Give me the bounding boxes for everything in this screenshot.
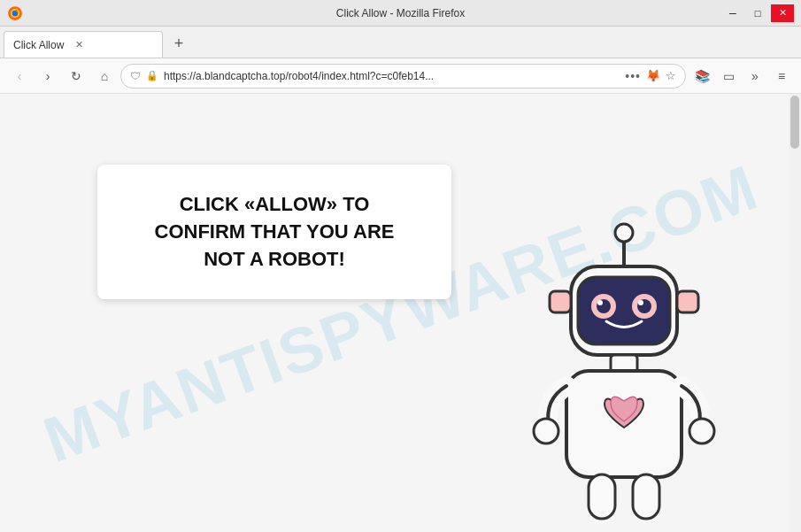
- navbar-right: 📚 ▭ » ≡: [689, 64, 794, 89]
- extensions-button[interactable]: »: [743, 64, 767, 89]
- tabbar: Click Allow ✕ +: [0, 27, 801, 58]
- sidebar-button[interactable]: ▭: [716, 64, 741, 89]
- address-bar[interactable]: 🛡 🔒 https://a.blandcaptcha.top/robot4/in…: [120, 64, 686, 89]
- minimize-button[interactable]: ─: [721, 4, 744, 22]
- captcha-message: CLICK «ALLOW» TO CONFIRM THAT YOU ARE NO…: [133, 191, 416, 273]
- svg-point-12: [638, 300, 643, 305]
- robot-illustration: [500, 213, 748, 532]
- svg-rect-14: [677, 291, 698, 312]
- scrollbar[interactable]: [789, 94, 801, 532]
- forward-button[interactable]: ›: [35, 64, 60, 89]
- svg-rect-6: [578, 277, 670, 344]
- svg-point-11: [597, 300, 603, 305]
- svg-point-4: [615, 224, 633, 242]
- container-icon: 🦊: [646, 69, 660, 82]
- bookmark-icon[interactable]: ☆: [666, 69, 676, 82]
- message-box: CLICK «ALLOW» TO CONFIRM THAT YOU ARE NO…: [97, 165, 451, 299]
- home-button[interactable]: ⌂: [92, 64, 117, 89]
- url-text: https://a.blandcaptcha.top/robot4/index.…: [164, 70, 620, 82]
- tab-close-button[interactable]: ✕: [71, 37, 87, 53]
- close-button[interactable]: ✕: [771, 4, 794, 22]
- active-tab[interactable]: Click Allow ✕: [4, 31, 163, 58]
- library-button[interactable]: 📚: [689, 64, 714, 89]
- svg-rect-13: [550, 291, 571, 312]
- navbar: ‹ › ↻ ⌂ 🛡 🔒 https://a.blandcaptcha.top/r…: [0, 58, 801, 94]
- svg-point-17: [534, 419, 558, 443]
- menu-button[interactable]: ≡: [769, 64, 794, 89]
- firefox-icon: [7, 5, 23, 21]
- robot-svg: [500, 213, 748, 532]
- svg-rect-20: [633, 474, 659, 519]
- restore-button[interactable]: □: [746, 4, 769, 22]
- scrollbar-thumb[interactable]: [790, 96, 799, 149]
- url-options-button[interactable]: •••: [625, 69, 641, 83]
- reload-button[interactable]: ↻: [64, 64, 89, 89]
- svg-point-18: [689, 419, 714, 443]
- titlebar-controls: ─ □ ✕: [721, 4, 794, 22]
- page-content: MYANTISPYWARE.COM CLICK «ALLOW» TO CONFI…: [0, 94, 801, 532]
- svg-rect-19: [589, 474, 615, 519]
- titlebar-left: [7, 5, 23, 21]
- titlebar-title: Click Allow - Mozilla Firefox: [336, 7, 465, 19]
- shield-icon: 🛡: [130, 70, 141, 82]
- tab-label: Click Allow: [13, 39, 64, 51]
- back-button[interactable]: ‹: [7, 64, 32, 89]
- lock-icon: 🔒: [146, 70, 158, 81]
- new-tab-button[interactable]: +: [166, 31, 191, 56]
- titlebar: Click Allow - Mozilla Firefox ─ □ ✕: [0, 0, 801, 27]
